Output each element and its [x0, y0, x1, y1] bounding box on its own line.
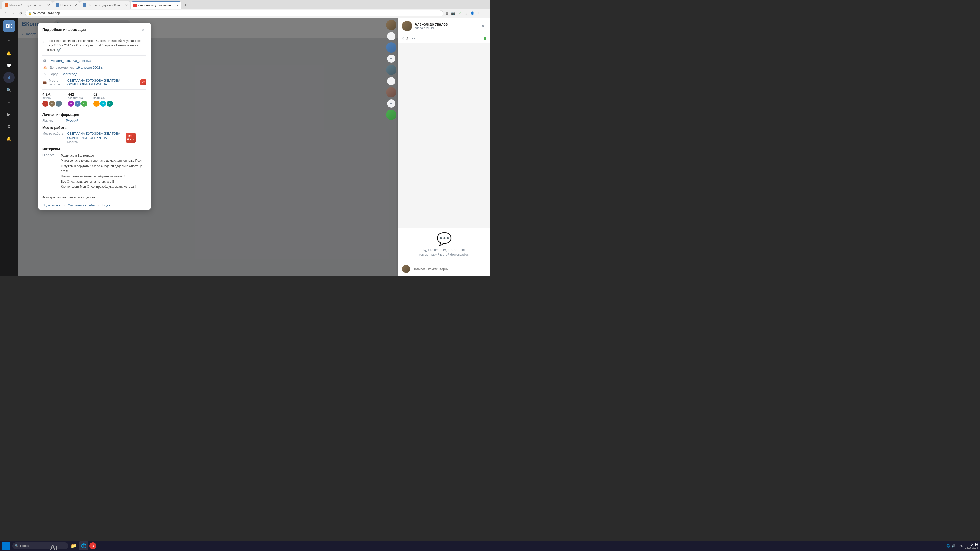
workplace-block: СВЕТЛАНА КУТУЗОВА-ЖЕЛТОВА ОФИЦЕАЛЬНАЯ ГР… [67, 132, 124, 144]
vk-logo[interactable]: ВК [3, 20, 15, 32]
photo-panel: Александр Уралов вчера в 21:19 ✕ ♡ 3 ↪ 💬 [398, 18, 490, 275]
strip-add-1[interactable]: + [387, 32, 395, 40]
user-strip: + + + + [384, 18, 398, 122]
like-count: 3 [406, 37, 408, 41]
stats-row: 4.2K друзей А И П 442 подписчика М [42, 89, 146, 110]
ext-icon-3[interactable]: ✓ [457, 11, 463, 16]
subscriptions-avatars: Г Е К [94, 100, 113, 106]
friends-label: друзей [42, 97, 62, 100]
no-comments-area: 💬 Будьте первым, кто оставит комментарий… [398, 227, 490, 262]
workplace-detail-info: СВЕТЛАНА КУТУЗОВА-ЖЕЛТОВА ОФИЦЕАЛЬНАЯ ГР… [67, 132, 136, 144]
about-line-6: Кто пользуит Мои Стихи прозьба указывать… [61, 184, 146, 189]
tab-4[interactable]: светлана кутузова-желто... ✕ [131, 1, 181, 9]
tab-1[interactable]: Миасский городской фор... ✕ [2, 1, 52, 9]
tab-2-close[interactable]: ✕ [73, 3, 77, 7]
sidebar-item-play[interactable]: ▶ [3, 109, 14, 120]
languages-value[interactable]: Русский [66, 119, 78, 122]
sidebar-item-explore[interactable]: 🔍 [3, 84, 14, 95]
address-text[interactable]: vk.com/al_feed.php [33, 11, 60, 15]
chevron-down-icon: ▾ [109, 204, 110, 206]
city-value[interactable]: Волгоград [62, 72, 77, 76]
sub-avatar-3: К [107, 100, 113, 106]
new-tab-button[interactable]: + [182, 1, 189, 9]
strip-user-4[interactable] [386, 87, 396, 97]
tab-3-close[interactable]: ✕ [124, 3, 128, 7]
share-link[interactable]: Поделиться [42, 203, 61, 207]
ext-icon-2[interactable]: 📷 [450, 11, 456, 16]
strip-user-2[interactable] [386, 42, 396, 52]
workplace-row: 💼 Место работы СВЕТЛАНА КУТУЗОВА-ЖЕЛТОВА… [42, 79, 146, 86]
share-button[interactable]: ↪ [412, 37, 415, 41]
photo-user-avatar[interactable] [402, 21, 412, 31]
workplace-detail-label: Место работы [42, 132, 64, 144]
subscriptions-stat[interactable]: 52 подписки Г Е К [94, 92, 113, 106]
photo-user-name[interactable]: Александр Уралов [415, 22, 448, 26]
browser-menu-button[interactable]: ⋮ [482, 11, 488, 16]
ext-icon-1[interactable]: ⊞ [444, 11, 450, 16]
birthday-value[interactable]: 19 апреля 2002 г. [76, 65, 103, 69]
strip-user-3[interactable] [386, 65, 396, 75]
sidebar-item-bell[interactable]: 🔔 [3, 133, 14, 144]
photo-post-time: вчера в 21:19 [415, 26, 448, 30]
briefcase-icon: 💼 [42, 80, 47, 84]
subscriptions-count: 52 [94, 92, 113, 97]
workplace-detail-name[interactable]: СВЕТЛАНА КУТУЗОВА-ЖЕЛТОВА ОФИЦЕАЛЬНАЯ ГР… [67, 132, 124, 140]
ext-icon-4[interactable]: ☆ [463, 11, 469, 16]
about-text: Родилась в Волгограде !! Мама сечас в ди… [61, 153, 146, 189]
strip-user-5[interactable] [386, 110, 396, 120]
popup-footer: Фотографии на стене сообщества Поделитьс… [38, 192, 151, 210]
tab-2[interactable]: Новости ✕ [53, 1, 80, 9]
about-row: О себе: Родилась в Волгограде !! Мама се… [42, 153, 146, 189]
reload-button[interactable]: ↻ [18, 10, 24, 17]
strip-add-4[interactable]: + [387, 100, 395, 108]
sidebar-item-vk[interactable]: В [3, 72, 14, 83]
workplace-detail-row: Место работы СВЕТЛАНА КУТУЗОВА-ЖЕЛТОВА О… [42, 132, 146, 144]
sidebar-item-home[interactable]: ⌂ [3, 35, 14, 46]
tab-1-label: Миасский городской фор... [10, 3, 45, 6]
comment-input-field[interactable] [413, 265, 487, 273]
personal-info-title: Личная информация [42, 113, 146, 117]
tab-3[interactable]: Светлана Кутузова-Желт... ✕ [80, 1, 130, 9]
sidebar-item-notifications[interactable]: 🔔 [3, 48, 14, 59]
more-link[interactable]: Ещё ▾ [102, 203, 110, 207]
birthday-label: День рождения: [49, 65, 74, 69]
subscriptions-label: подписки [94, 97, 113, 100]
friend-avatar-2: И [49, 100, 55, 106]
popup-bio-icon: ≡ Поэт Песеник Членка Российского Союза … [42, 38, 146, 52]
city-label: Город: [49, 72, 59, 76]
tab-3-favicon [83, 3, 86, 7]
strip-add-2[interactable]: + [387, 55, 395, 63]
profile-popup: Подробная информация ✕ ≡ Поэт Песеник Чл… [38, 23, 151, 210]
popup-close-button[interactable]: ✕ [139, 26, 146, 33]
tab-1-favicon [5, 3, 8, 7]
ext-icon-6[interactable]: ⬇ [476, 11, 482, 16]
sidebar-item-settings[interactable]: ⚙ [3, 121, 14, 132]
browser-chrome: Миасский городской фор... ✕ Новости ✕ Св… [0, 0, 490, 18]
interests-title: Интересы [42, 147, 146, 151]
workplace-logo-small: Я❤️ [140, 79, 146, 86]
tab-2-label: Новости [60, 3, 72, 6]
popup-bio: ≡ Поэт Песеник Членка Российского Союза … [42, 38, 146, 56]
tab-4-close[interactable]: ✕ [175, 3, 179, 7]
ext-icon-5[interactable]: 👤 [469, 11, 475, 16]
photo-panel-close-button[interactable]: ✕ [479, 22, 487, 30]
photo-display-area [398, 43, 490, 227]
strip-add-3[interactable]: + [387, 77, 395, 85]
strip-user-1[interactable] [386, 20, 396, 30]
social-link[interactable]: svetlana_kutuzova_zheltova [49, 59, 91, 63]
tab-1-close[interactable]: ✕ [46, 3, 50, 7]
save-link[interactable]: Сохранить к себе [68, 203, 95, 207]
address-bar[interactable]: 🔒 vk.com/al_feed.php [25, 10, 443, 16]
tab-2-favicon [56, 3, 59, 7]
back-button[interactable]: ‹ [2, 10, 9, 17]
workplace-name-short[interactable]: СВЕТЛАНА КУТУЗОВА-ЖЕЛТОВА ОФИЦЕАЛЬНАЯ ГР… [67, 79, 138, 86]
forward-button[interactable]: › [10, 10, 16, 17]
workplace-title: Место работы [42, 125, 146, 130]
sidebar-item-messages[interactable]: 💬 [3, 60, 14, 71]
like-button[interactable]: ♡ 3 [402, 37, 408, 41]
birthday-icon: 🎂 [42, 65, 48, 69]
sidebar-item-bookmarks[interactable]: ☆ [3, 97, 14, 108]
friends-stat[interactable]: 4.2K друзей А И П [42, 92, 62, 106]
bio-text: Поэт Песеник Членка Российского Союза Пи… [46, 38, 146, 52]
followers-stat[interactable]: 442 подписчика М В С [68, 92, 87, 106]
